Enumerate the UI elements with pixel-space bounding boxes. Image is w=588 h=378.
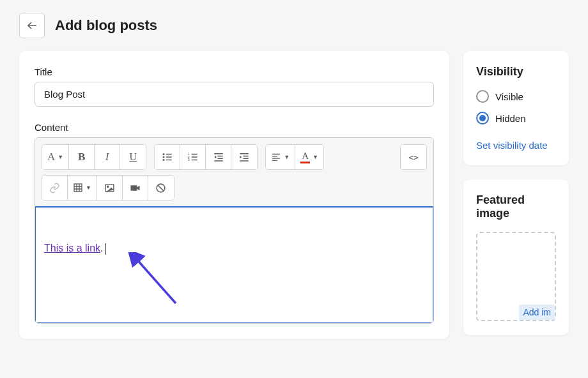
bullet-list-icon: [162, 151, 173, 163]
editor-toolbar: A ▼ B I U 123: [35, 138, 433, 207]
svg-rect-6: [166, 160, 171, 161]
svg-rect-25: [272, 158, 280, 158]
svg-rect-19: [244, 156, 249, 157]
svg-point-1: [162, 153, 164, 155]
svg-point-33: [107, 186, 109, 187]
alignment-dropdown[interactable]: ▼: [266, 145, 295, 169]
text-color-dropdown[interactable]: A ▼: [295, 145, 323, 169]
svg-text:3: 3: [187, 158, 189, 162]
align-left-icon: [271, 152, 281, 162]
chevron-down-icon: ▼: [284, 154, 290, 160]
bullet-list-button[interactable]: [155, 145, 180, 169]
html-view-button[interactable]: <>: [401, 145, 426, 169]
set-visibility-date-link[interactable]: Set visibility date: [476, 140, 548, 151]
svg-rect-16: [214, 160, 223, 162]
main-editor-card: Title Content A ▼ B I U: [19, 51, 449, 339]
svg-rect-24: [272, 156, 277, 156]
svg-rect-20: [244, 158, 249, 160]
video-icon: [130, 183, 141, 193]
visibility-card: Visibility Visible Hidden Set visibility…: [463, 51, 569, 165]
numbered-list-icon: 123: [187, 151, 199, 163]
clear-format-button[interactable]: [148, 176, 174, 200]
svg-rect-12: [191, 160, 197, 161]
svg-rect-27: [74, 184, 82, 192]
video-button[interactable]: [123, 176, 148, 200]
radio-label: Hidden: [495, 113, 526, 124]
svg-rect-13: [214, 153, 223, 155]
indent-button[interactable]: [231, 145, 257, 169]
underline-button[interactable]: U: [120, 145, 146, 169]
arrow-left-icon: [26, 20, 38, 31]
svg-point-5: [162, 159, 164, 161]
svg-line-37: [159, 185, 164, 191]
page-title: Add blog posts: [55, 17, 157, 34]
svg-marker-35: [137, 185, 139, 190]
visibility-heading: Visibility: [476, 65, 556, 79]
svg-rect-26: [272, 160, 277, 161]
svg-rect-2: [166, 154, 171, 155]
bold-button[interactable]: B: [69, 145, 95, 169]
svg-point-3: [162, 156, 164, 158]
table-dropdown[interactable]: ▼: [68, 176, 97, 200]
annotation-arrow-icon: [125, 252, 189, 316]
sidebar: Visibility Visible Hidden Set visibility…: [463, 51, 569, 339]
italic-button[interactable]: I: [95, 145, 120, 169]
link-icon: [49, 183, 60, 193]
svg-rect-14: [217, 156, 222, 157]
content-label: Content: [35, 122, 434, 133]
svg-rect-4: [166, 156, 171, 158]
back-button[interactable]: [19, 13, 45, 38]
chevron-down-icon: ▼: [58, 154, 63, 160]
editor-textarea[interactable]: This is a link.: [35, 207, 433, 323]
visibility-option-visible[interactable]: Visible: [476, 90, 556, 103]
svg-rect-21: [240, 160, 249, 162]
svg-rect-10: [191, 156, 197, 158]
title-input[interactable]: [35, 82, 434, 107]
paragraph-style-dropdown[interactable]: A ▼: [42, 145, 69, 169]
image-icon: [104, 183, 115, 193]
chevron-down-icon: ▼: [313, 154, 318, 160]
clear-icon: [155, 183, 166, 193]
featured-image-heading: Featured image: [476, 193, 556, 220]
table-icon: [73, 183, 83, 193]
outdent-button[interactable]: [206, 145, 231, 169]
featured-image-card: Featured image Add im: [463, 179, 569, 335]
visibility-option-hidden[interactable]: Hidden: [476, 112, 556, 125]
chevron-down-icon: ▼: [86, 185, 91, 191]
image-button[interactable]: [97, 176, 123, 200]
featured-image-dropzone[interactable]: Add im: [476, 232, 556, 321]
text-cursor: [105, 243, 106, 255]
content-text: .: [100, 243, 103, 253]
svg-rect-8: [191, 154, 197, 155]
numbered-list-button[interactable]: 123: [180, 145, 206, 169]
svg-rect-23: [272, 154, 280, 155]
page-header: Add blog posts: [0, 0, 588, 51]
radio-icon: [476, 112, 489, 125]
svg-marker-22: [240, 156, 242, 159]
title-label: Title: [35, 66, 434, 77]
add-image-button[interactable]: Add im: [519, 305, 555, 320]
content-link[interactable]: This is a link: [44, 243, 100, 253]
svg-marker-17: [214, 156, 216, 159]
indent-icon: [238, 151, 250, 163]
link-button[interactable]: [42, 176, 68, 200]
svg-line-39: [136, 259, 176, 303]
svg-rect-18: [240, 153, 249, 155]
radio-icon: [476, 90, 489, 103]
rich-text-editor: A ▼ B I U 123: [35, 137, 434, 324]
svg-rect-34: [130, 185, 137, 191]
svg-rect-15: [217, 158, 222, 160]
outdent-icon: [213, 151, 224, 163]
radio-label: Visible: [495, 91, 523, 102]
